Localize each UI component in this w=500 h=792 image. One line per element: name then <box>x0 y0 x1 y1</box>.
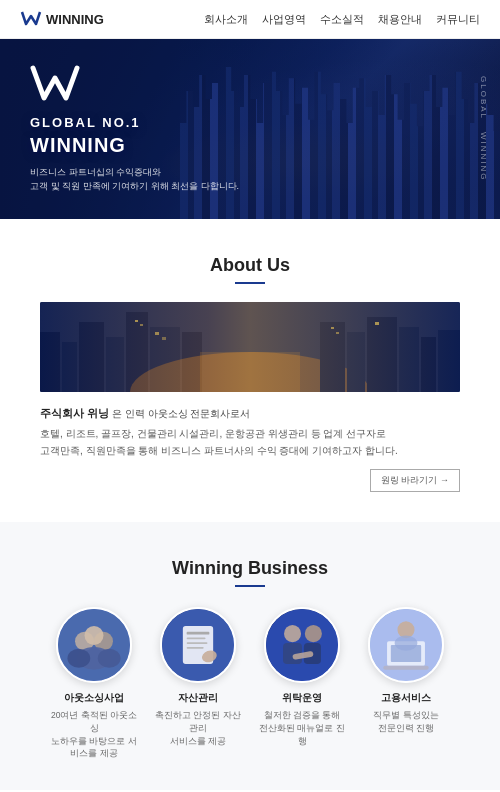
svg-rect-9 <box>200 352 300 392</box>
svg-rect-34 <box>187 642 208 644</box>
business-card-service: 고용서비스 직무별 특성있는전문인력 진행 <box>361 607 451 760</box>
svg-rect-13 <box>399 327 419 392</box>
nav-company[interactable]: 회사소개 <box>204 12 248 27</box>
biz-image-asset <box>160 607 236 683</box>
nav-business[interactable]: 사업영역 <box>262 12 306 27</box>
svg-rect-15 <box>438 330 460 392</box>
svg-point-40 <box>305 625 322 642</box>
about-text-block: 주식회사 위닝 은 인력 아웃소싱 전문회사로서 호텔, 리조트, 골프장, 건… <box>40 406 460 492</box>
business-card-outsourcing: 아웃소싱사업 20여년 축적된 아웃소싱노하우를 바탕으로 서비스를 제공 <box>49 607 139 760</box>
biz-title-service: 고용서비스 <box>381 691 431 705</box>
main-nav: 회사소개 사업영역 수소실적 채용안내 커뮤니티 <box>204 12 480 27</box>
svg-rect-21 <box>336 332 339 334</box>
svg-rect-0 <box>40 302 460 392</box>
hero-side-winning: WINNING <box>479 132 488 182</box>
svg-rect-12 <box>367 317 397 392</box>
svg-rect-7 <box>182 332 202 392</box>
svg-point-37 <box>266 609 338 681</box>
hero-logo-icon <box>30 64 80 106</box>
logo[interactable]: WINNING <box>20 10 104 28</box>
nav-community[interactable]: 커뮤니티 <box>436 12 480 27</box>
biz-image-service <box>368 607 444 683</box>
svg-rect-4 <box>106 337 124 392</box>
svg-rect-16 <box>135 320 138 322</box>
svg-rect-1 <box>40 332 60 392</box>
svg-rect-35 <box>187 647 204 649</box>
svg-point-8 <box>130 352 370 392</box>
svg-rect-17 <box>140 324 143 326</box>
about-title: About Us <box>40 255 460 276</box>
nav-recruit[interactable]: 채용안내 <box>378 12 422 27</box>
biz-image-outsourcing <box>56 607 132 683</box>
about-image <box>40 302 460 392</box>
svg-rect-5 <box>126 312 148 392</box>
hero-section: GLOBAL NO.1 WINNING 비즈니스 파트너십의 수익증대와 고객 … <box>0 39 500 219</box>
biz-desc-asset: 촉진하고 안정된 자산관리서비스를 제공 <box>153 709 243 747</box>
svg-rect-33 <box>187 637 206 639</box>
svg-rect-18 <box>155 332 159 335</box>
svg-rect-3 <box>79 322 104 392</box>
svg-point-29 <box>98 649 121 668</box>
business-title: Winning Business <box>20 558 480 579</box>
hero-side-labels: GLOBAL WINNING <box>479 39 488 219</box>
business-underline <box>235 585 265 587</box>
biz-desc-outsourcing: 20여년 축적된 아웃소싱노하우를 바탕으로 서비스를 제공 <box>49 709 139 760</box>
hero-badge: GLOBAL NO.1 WINNING <box>30 115 239 157</box>
about-more-button[interactable]: 원링 바라기기 → <box>370 469 460 492</box>
logo-icon <box>20 10 42 28</box>
biz-desc-service: 직무별 특성있는전문인력 진행 <box>373 709 438 735</box>
svg-rect-14 <box>421 337 436 392</box>
about-underline <box>235 282 265 284</box>
business-card-asset: 자산관리 촉진하고 안정된 자산관리서비스를 제공 <box>153 607 243 760</box>
hero-content: GLOBAL NO.1 WINNING 비즈니스 파트너십의 수익증대와 고객 … <box>0 44 269 213</box>
about-company-name: 주식회사 위닝 은 인력 아웃소싱 전문회사로서 <box>40 407 250 419</box>
hero-side-global: GLOBAL <box>479 76 488 120</box>
svg-rect-20 <box>331 327 334 329</box>
biz-title-outsourcing: 아웃소싱사업 <box>64 691 124 705</box>
about-image-svg <box>40 302 460 392</box>
svg-rect-32 <box>187 632 210 635</box>
logo-text: WINNING <box>46 12 104 27</box>
business-cards: 아웃소싱사업 20여년 축적된 아웃소싱노하우를 바탕으로 서비스를 제공 자산… <box>20 607 480 760</box>
about-desc: 호텔, 리조트, 골프장, 건물관리 시설관리, 운항공관 위생관리 등 업계 … <box>40 425 460 459</box>
svg-rect-10 <box>320 322 345 392</box>
biz-title-asset: 자산관리 <box>178 691 218 705</box>
business-section: Winning Business 아웃소싱사업 20여년 축적된 아웃소싱노하우… <box>0 522 500 790</box>
outsourcing-svg <box>58 609 130 681</box>
svg-rect-19 <box>162 337 166 340</box>
biz-desc-operation: 철저한 검증을 통해전산화된 매뉴얼로 진행 <box>257 709 347 747</box>
svg-point-48 <box>395 636 418 651</box>
svg-rect-6 <box>150 327 180 392</box>
svg-point-38 <box>284 625 301 642</box>
service-svg <box>370 609 442 681</box>
biz-image-operation <box>264 607 340 683</box>
biz-title-operation: 위탁운영 <box>282 691 322 705</box>
operation-svg <box>266 609 338 681</box>
header: WINNING 회사소개 사업영역 수소실적 채용안내 커뮤니티 <box>0 0 500 39</box>
about-section: About Us <box>0 219 500 522</box>
svg-rect-11 <box>347 332 365 392</box>
asset-svg <box>162 609 234 681</box>
hero-subtitle: 비즈니스 파트너십의 수익증대와 고객 및 직원 만족에 기여하기 위해 최선을… <box>30 165 239 194</box>
svg-point-26 <box>85 626 104 645</box>
business-card-operation: 위탁운영 철저한 검증을 통해전산화된 매뉴얼로 진행 <box>257 607 347 760</box>
svg-rect-2 <box>62 342 77 392</box>
svg-rect-22 <box>375 322 379 325</box>
nav-projects[interactable]: 수소실적 <box>320 12 364 27</box>
svg-point-28 <box>67 649 90 668</box>
svg-rect-45 <box>383 666 428 670</box>
